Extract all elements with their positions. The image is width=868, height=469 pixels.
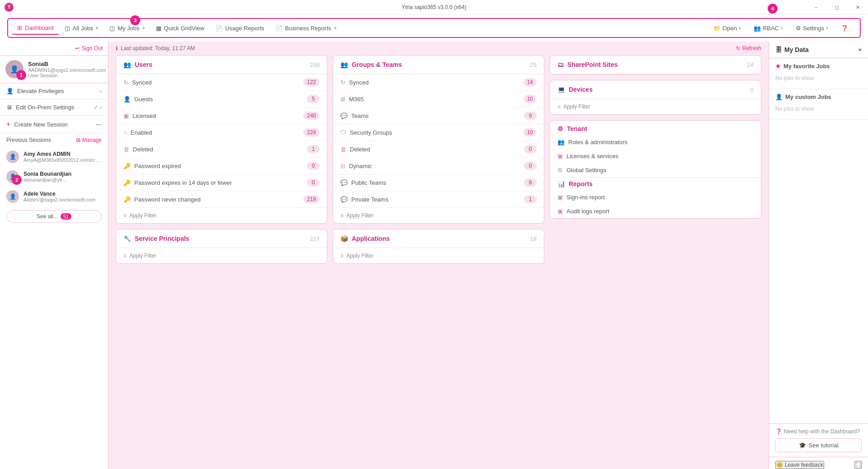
users-synced-row[interactable]: ↻ Synced 122	[116, 74, 327, 91]
public-teams-icon: 💬	[340, 179, 348, 186]
my-jobs-tab-icon: ◫	[109, 25, 115, 32]
devices-filter-icon: ≡	[557, 103, 561, 110]
tab-my-jobs[interactable]: ◫ My Jobs ▾	[104, 22, 150, 34]
sharepoint-card-header[interactable]: 🗂 SharePoint Sites 14	[550, 56, 761, 74]
leave-feedback-button[interactable]: 😊 Leave feedback	[775, 461, 824, 469]
create-new-session[interactable]: + Create New Session ⋯	[0, 116, 108, 133]
session-amy[interactable]: 👤 Amy Ames ADMIN AmyA@M365x85832012.onmi…	[0, 147, 108, 167]
service-principals-header[interactable]: 🔧 Service Principals 227	[116, 230, 327, 248]
tab-badge-3: 3	[130, 15, 140, 25]
sharepoint-card: 🗂 SharePoint Sites 14	[550, 55, 761, 75]
help-button[interactable]: ❓	[836, 23, 853, 33]
quick-gridview-tab-label: Quick GridView	[164, 25, 204, 32]
sign-out-button[interactable]: ↩ Sign Out	[75, 45, 103, 52]
app-filter-icon: ≡	[340, 253, 344, 259]
session-adele[interactable]: 👤 Adele Vance AdeleV@sygx2.onmicrosoft.c…	[0, 187, 108, 206]
business-reports-dropdown: ▾	[334, 25, 337, 31]
usage-reports-tab-label: Usage Reports	[225, 25, 264, 32]
manage-button[interactable]: ⊞ Manage	[76, 137, 102, 143]
devices-card-header[interactable]: 💻 Devices 0	[550, 80, 761, 99]
tutorial-icon: 🎓	[799, 442, 806, 449]
tenant-section-title: ⚙ Tenant	[550, 121, 761, 135]
groups-teams-row[interactable]: 💬 Teams 9	[333, 108, 544, 124]
tab-dashboard[interactable]: ⊞ Dashboard	[12, 22, 59, 35]
devices-apply-filter[interactable]: ≡ Apply Filter	[550, 99, 761, 114]
all-jobs-tab-label: All Jobs	[73, 25, 94, 32]
business-reports-tab-icon: 📄	[275, 25, 283, 32]
my-jobs-tab-label: My Jobs	[118, 25, 139, 32]
sign-ins-report-link[interactable]: ▣ Sign-ins report	[550, 190, 761, 204]
user-session: User Session	[28, 73, 106, 78]
service-principals-apply-filter[interactable]: ≡ Apply Filter	[116, 248, 327, 263]
sign-ins-icon: ▣	[557, 194, 563, 201]
applications-apply-filter[interactable]: ≡ Apply Filter	[333, 248, 544, 263]
settings-button[interactable]: ⚙ Settings ▾	[791, 23, 833, 33]
groups-private-teams-row[interactable]: 💬 Private Teams 1	[333, 191, 544, 208]
private-teams-icon: 💬	[340, 196, 348, 203]
global-settings-link[interactable]: ⚙ Global Settings	[550, 163, 761, 177]
user-badge: 1	[16, 70, 26, 80]
see-tutorial-button[interactable]: 🎓 See tutorial	[775, 438, 862, 452]
groups-m365-row[interactable]: ⊞ M365 10	[333, 91, 544, 108]
groups-card-header[interactable]: 👥 Groups & Teams 25	[333, 56, 544, 74]
roles-link[interactable]: 👥 Roles & administrators	[550, 135, 761, 149]
audit-logs-link[interactable]: ▣ Audit logs report	[550, 204, 761, 218]
right-panel-collapse[interactable]: ▾	[859, 46, 862, 53]
app-logo: Y	[5, 3, 14, 12]
business-reports-tab-label: Business Reports	[285, 25, 331, 32]
app-title: Ytria sapio365 v3.0.0 (x64)	[401, 4, 466, 10]
edit-on-prem-action[interactable]: 🖥 Edit On-Prem Settings ✓ ›	[0, 99, 108, 116]
groups-sync-icon: ↻	[340, 79, 345, 86]
tab-all-jobs[interactable]: ◫ All Jobs ▾	[59, 22, 104, 34]
restore-button[interactable]: ◻	[826, 0, 847, 14]
settings-icon: ⚙	[796, 25, 801, 32]
filter-icon: ≡	[123, 212, 127, 219]
dashboard-tab-icon: ⊞	[17, 24, 22, 31]
users-card-header[interactable]: 👥 Users 258	[116, 56, 327, 74]
open-button[interactable]: 📁 Open ▾	[709, 23, 745, 33]
users-pwd-14days-row[interactable]: 🔑 Password expires in 14 days or fewer 0	[116, 174, 327, 191]
groups-dynamic-row[interactable]: ⊟ Dynamic 0	[333, 158, 544, 174]
groups-apply-filter[interactable]: ≡ Apply Filter	[333, 208, 544, 223]
minimize-button[interactable]: −	[806, 0, 826, 14]
users-card: 👥 Users 258 ↻ Synced 122 👤 Guests	[116, 55, 327, 224]
users-pwd-never-row[interactable]: 🔑 Password never changed 219	[116, 191, 327, 208]
groups-icon: 👥	[340, 61, 348, 68]
reports-icon: 📊	[557, 180, 565, 188]
users-enabled-row[interactable]: ○ Enabled 224	[116, 124, 327, 141]
tenant-card: ⚙ Tenant 👥 Roles & administrators ▣ Lice…	[550, 120, 761, 219]
expand-button[interactable]: ⛶	[854, 461, 862, 469]
window-controls: − ◻ ✕	[806, 0, 868, 14]
sidebar-header: ↩ Sign Out	[0, 42, 108, 56]
applications-header[interactable]: 📦 Applications 18	[333, 230, 544, 248]
see-all-button[interactable]: See all... 51	[6, 210, 102, 223]
users-licensed-row[interactable]: ▣ Licensed 240	[116, 108, 327, 124]
info-icon: ℹ	[116, 45, 118, 52]
refresh-button[interactable]: ↻ Refresh	[736, 45, 761, 52]
tab-business-reports[interactable]: 📄 Business Reports ▾	[270, 22, 342, 34]
close-button[interactable]: ✕	[847, 0, 868, 14]
groups-deleted-row[interactable]: 🗑 Deleted 0	[333, 141, 544, 158]
tab-usage-reports[interactable]: 📄 Usage Reports	[210, 22, 270, 34]
user-profile: 👤 1 SoniaB AADMIN1@sygx2.onmicrosoft.com…	[0, 56, 108, 83]
pwd-14-icon: 🔑	[123, 179, 131, 186]
content-header: ℹ Last updated: Today, 11:27 AM ↻ Refres…	[108, 42, 769, 55]
tab-quick-gridview[interactable]: ▦ Quick GridView	[151, 22, 210, 34]
session-badge-sonia: 2	[12, 175, 22, 185]
rbac-button[interactable]: 👥 RBAC ▾	[749, 23, 788, 33]
groups-public-teams-row[interactable]: 💬 Public Teams 8	[333, 174, 544, 191]
licenses-link[interactable]: ▣ Licenses & services	[550, 149, 761, 163]
security-icon: 🛡	[340, 129, 346, 136]
users-pwd-expired-row[interactable]: 🔑 Password expired 0	[116, 158, 327, 174]
title-bar: Y Ytria sapio365 v3.0.0 (x64) − ◻ ✕	[0, 0, 868, 14]
session-sonia[interactable]: 👤 2 Sonia Bounardjian sbounardjian@ytr..…	[0, 167, 108, 187]
groups-security-row[interactable]: 🛡 Security Groups 10	[333, 124, 544, 141]
users-apply-filter[interactable]: ≡ Apply Filter	[116, 208, 327, 223]
users-deleted-row[interactable]: 🗑 Deleted 1	[116, 141, 327, 158]
groups-synced-row[interactable]: ↻ Synced 14	[333, 74, 544, 91]
more-icon[interactable]: ⋯	[96, 121, 102, 128]
user-email: AADMIN1@sygx2.onmicrosoft.com	[28, 67, 106, 73]
users-guests-row[interactable]: 👤 Guests 5	[116, 91, 327, 108]
elevate-privileges-action[interactable]: 👤 Elevate Privileges ›	[0, 83, 108, 99]
user-info: SoniaB AADMIN1@sygx2.onmicrosoft.com Use…	[28, 61, 106, 78]
